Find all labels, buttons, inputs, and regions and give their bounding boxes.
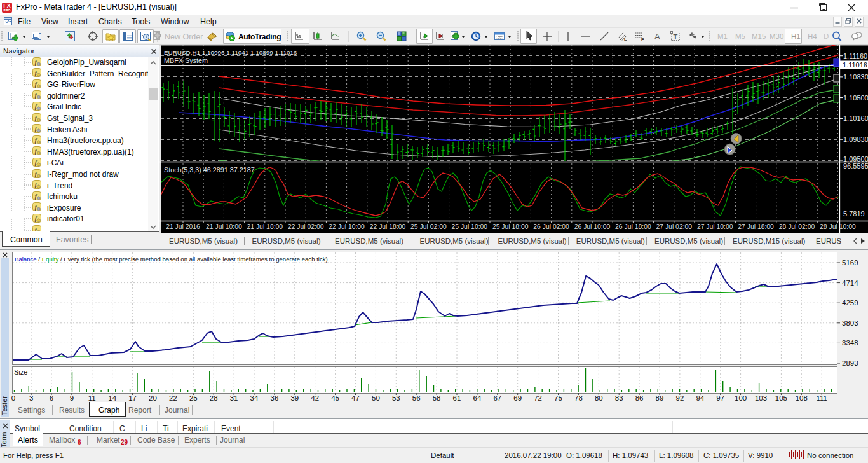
svg-text:100: 100 [735,394,747,402]
svg-text:105: 105 [775,394,787,402]
svg-text:47: 47 [351,394,360,402]
svg-text:21 Jul 10:00: 21 Jul 10:00 [206,223,242,230]
svg-text:78: 78 [574,394,583,402]
svg-text:103: 103 [755,394,767,402]
svg-text:1.11016: 1.11016 [843,61,867,69]
svg-text:27 Jul 18:00: 27 Jul 18:00 [738,223,774,230]
svg-text:34: 34 [250,394,259,402]
svg-text:F: F [641,38,644,42]
svg-text:22: 22 [169,394,177,402]
svg-text:25 Jul 18:00: 25 Jul 18:00 [492,223,529,230]
svg-text:26 Jul 02:00: 26 Jul 02:00 [533,223,569,230]
svg-text:1.09830: 1.09830 [843,135,868,143]
svg-text:25 Jul 02:00: 25 Jul 02:00 [410,223,447,230]
svg-text:28 Jul 02:00: 28 Jul 02:00 [779,223,815,230]
svg-text:58: 58 [433,394,441,402]
svg-text:3348: 3348 [842,339,858,347]
svg-text:1.10500: 1.10500 [843,94,868,102]
svg-text:3803: 3803 [842,319,858,327]
svg-text:50: 50 [372,394,380,402]
svg-text:67: 67 [493,394,501,402]
svg-text:92: 92 [676,394,684,402]
svg-text:42: 42 [311,394,319,402]
svg-text:9: 9 [70,394,74,402]
svg-text:11: 11 [88,394,96,402]
svg-text:97: 97 [716,394,724,402]
svg-text:80: 80 [595,394,603,402]
svg-text:31: 31 [230,394,238,402]
svg-text:86: 86 [635,394,644,402]
svg-text:53: 53 [392,394,400,402]
svg-text:36: 36 [271,394,279,402]
svg-text:64: 64 [473,394,482,402]
svg-text:14: 14 [108,394,116,402]
svg-text:MBFX System: MBFX System [164,57,208,64]
svg-text:45: 45 [331,394,339,402]
svg-text:4259: 4259 [842,299,858,307]
svg-text:21 Jul 18:00: 21 Jul 18:00 [247,223,283,230]
svg-text:Term: Term [0,432,8,448]
svg-text:Size: Size [14,368,27,376]
svg-text:94: 94 [696,394,704,402]
svg-text:25: 25 [189,394,198,402]
svg-text:22 Jul 18:00: 22 Jul 18:00 [370,223,406,230]
svg-text:17: 17 [128,394,137,402]
svg-text:75: 75 [554,394,562,402]
svg-text:22 Jul 10:00: 22 Jul 10:00 [329,223,365,230]
svg-text:61: 61 [453,394,461,402]
svg-text:6: 6 [50,394,53,402]
svg-text:26 Jul 10:00: 26 Jul 10:00 [574,223,611,230]
svg-text:20: 20 [149,394,157,402]
svg-text:0: 0 [11,394,15,402]
svg-text:5.7819: 5.7819 [843,210,865,218]
svg-text:A: A [654,32,660,41]
svg-text:1.11160: 1.11160 [843,52,867,60]
svg-text:56: 56 [412,394,421,402]
svg-text:Balance / Equity / Every tick: Balance / Equity / Every tick (the most … [15,256,328,263]
svg-text:27 Jul 02:00: 27 Jul 02:00 [656,223,692,230]
svg-text:108: 108 [796,394,808,402]
svg-text:1.10160: 1.10160 [843,114,868,122]
svg-text:72: 72 [534,394,542,402]
svg-text:27 Jul 10:00: 27 Jul 10:00 [697,223,733,230]
svg-text:T: T [674,33,678,41]
svg-text:5169: 5169 [842,259,858,266]
svg-text:28: 28 [210,394,218,402]
svg-text:3: 3 [29,394,33,402]
svg-text:EURUSD,H1 1.10996 1.11041 1.1: EURUSD,H1 1.10996 1.11041 1.10899 1.1101… [164,49,297,56]
svg-text:Stoch(5,3,3) 46.2891 37.2187: Stoch(5,3,3) 46.2891 37.2187 [164,166,255,174]
svg-text:1.10830: 1.10830 [843,73,868,81]
svg-text:21 Jul 2016: 21 Jul 2016 [166,223,200,230]
svg-text:1.09500: 1.09500 [843,155,868,163]
svg-text:83: 83 [615,394,623,402]
svg-text:25 Jul 10:00: 25 Jul 10:00 [451,223,487,230]
svg-text:69: 69 [513,394,522,402]
svg-text:Tester: Tester [1,396,8,415]
svg-text:4714: 4714 [842,279,858,287]
svg-text:22 Jul 02:00: 22 Jul 02:00 [288,223,324,230]
svg-text:39: 39 [290,394,299,402]
svg-text:26 Jul 18:00: 26 Jul 18:00 [615,223,651,230]
svg-text:89: 89 [656,394,664,402]
svg-text:111: 111 [816,394,827,402]
svg-text:E: E [624,37,627,41]
svg-text:96.5595: 96.5595 [843,162,868,170]
svg-text:28 Jul 10:00: 28 Jul 10:00 [820,223,856,230]
svg-text:2893: 2893 [842,359,858,367]
